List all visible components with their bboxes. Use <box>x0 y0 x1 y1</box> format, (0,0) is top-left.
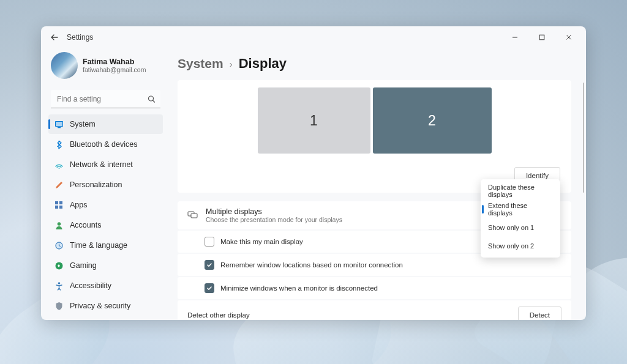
monitor-1[interactable]: 1 <box>258 87 370 154</box>
profile-email: fatiwahab@gmail.com <box>83 66 146 73</box>
main-content: System › Display 1 2 Identify Duplicate … <box>167 48 586 320</box>
sidebar-item-system[interactable]: System <box>48 114 163 134</box>
checkbox-main-display[interactable] <box>205 237 214 247</box>
search-input[interactable] <box>51 90 160 108</box>
profile-block[interactable]: Fatima Wahab fatiwahab@gmail.com <box>48 48 163 87</box>
apps-icon <box>54 201 64 210</box>
maximize-icon <box>539 34 545 40</box>
sidebar-item-label: Bluetooth & devices <box>70 140 138 149</box>
sidebar-item-time[interactable]: Time & language <box>48 236 163 255</box>
row-minimize-disconnect[interactable]: Minimize windows when a monitor is disco… <box>178 277 571 299</box>
svg-rect-4 <box>58 127 61 128</box>
section-subtitle: Choose the presentation mode for your di… <box>206 216 342 223</box>
svg-rect-6 <box>55 201 58 204</box>
display-arrangement-card: 1 2 Identify Duplicate these displays Ex… <box>178 80 571 193</box>
sidebar-item-accessibility[interactable]: Accessibility <box>48 276 163 295</box>
checkbox-minimize-disconnect[interactable] <box>205 283 214 293</box>
svg-rect-7 <box>59 201 62 204</box>
time-icon <box>54 241 64 250</box>
close-icon <box>566 34 572 40</box>
sidebar-item-label: Personalization <box>70 180 122 189</box>
sidebar-item-privacy[interactable]: Privacy & security <box>48 296 163 316</box>
sidebar: Fatima Wahab fatiwahab@gmail.com System … <box>41 48 167 320</box>
breadcrumb-current: Display <box>239 56 287 72</box>
close-button[interactable] <box>555 28 582 46</box>
svg-rect-0 <box>539 35 544 40</box>
label-remember-locations: Remember window locations based on monit… <box>220 261 561 269</box>
network-icon <box>54 160 64 169</box>
minimize-icon <box>512 34 518 40</box>
sidebar-item-label: System <box>70 120 96 128</box>
back-button[interactable] <box>48 31 61 43</box>
sidebar-item-label: Privacy & security <box>70 302 130 310</box>
nav-list: System Bluetooth & devices Network & int… <box>48 114 163 320</box>
menu-item-extend[interactable]: Extend these displays <box>481 200 560 218</box>
sidebar-item-label: Apps <box>70 201 88 209</box>
maximize-button[interactable] <box>528 28 555 46</box>
sidebar-item-label: Gaming <box>70 261 97 270</box>
checkbox-remember-locations[interactable] <box>205 260 214 270</box>
breadcrumb: System › Display <box>178 48 586 79</box>
svg-point-13 <box>58 282 61 284</box>
chevron-right-icon: › <box>230 59 233 69</box>
svg-rect-3 <box>56 122 62 126</box>
detect-button[interactable]: Detect <box>518 306 561 320</box>
system-icon <box>54 120 64 129</box>
label-minimize-disconnect: Minimize windows when a monitor is disco… <box>220 284 561 292</box>
sidebar-item-label: Accounts <box>70 221 101 229</box>
svg-point-10 <box>58 222 61 226</box>
search-icon <box>148 95 156 103</box>
arrow-left-icon <box>50 33 59 42</box>
menu-item-only2[interactable]: Show only on 2 <box>481 237 560 255</box>
accounts-icon <box>54 221 64 230</box>
titlebar: Settings <box>41 26 586 48</box>
gaming-icon <box>54 261 64 270</box>
projection-dropdown-menu: Duplicate these displays Extend these di… <box>481 179 560 258</box>
sidebar-item-label: Network & internet <box>70 160 133 169</box>
avatar <box>51 52 78 79</box>
monitor-canvas[interactable]: 1 2 <box>178 80 571 167</box>
window-title: Settings <box>67 33 93 42</box>
sidebar-item-network[interactable]: Network & internet <box>48 155 163 174</box>
sidebar-item-accounts[interactable]: Accounts <box>48 215 163 235</box>
sidebar-item-label: Time & language <box>70 241 127 250</box>
row-detect: Detect other display Detect <box>178 300 571 320</box>
accessibility-icon <box>54 281 64 291</box>
sidebar-item-label: Accessibility <box>70 281 111 290</box>
menu-item-duplicate[interactable]: Duplicate these displays <box>481 182 560 200</box>
scroll-area[interactable]: 1 2 Identify Duplicate these displays Ex… <box>178 79 586 320</box>
privacy-icon <box>54 302 64 311</box>
sidebar-item-personalization[interactable]: Personalization <box>48 175 163 195</box>
sidebar-item-apps[interactable]: Apps <box>48 195 163 215</box>
personalization-icon <box>54 180 64 190</box>
settings-window: Settings Fatima Wahab fatiwahab@gmail.co… <box>41 26 586 320</box>
displays-icon <box>187 210 198 221</box>
sidebar-item-gaming[interactable]: Gaming <box>48 256 163 275</box>
sidebar-item-bluetooth[interactable]: Bluetooth & devices <box>48 135 163 154</box>
search-container <box>51 90 160 108</box>
monitor-2[interactable]: 2 <box>373 87 492 154</box>
svg-rect-15 <box>191 214 197 218</box>
svg-point-5 <box>59 168 60 169</box>
bluetooth-icon <box>54 140 64 149</box>
svg-rect-9 <box>59 206 62 209</box>
svg-rect-8 <box>55 206 58 209</box>
label-detect: Detect other display <box>187 311 512 319</box>
breadcrumb-parent[interactable]: System <box>178 56 223 71</box>
sidebar-item-update[interactable]: Windows Update <box>48 316 163 320</box>
section-title: Multiple displays <box>206 207 342 216</box>
scrollbar-thumb[interactable] <box>583 83 585 193</box>
menu-item-only1[interactable]: Show only on 1 <box>481 218 560 237</box>
profile-name: Fatima Wahab <box>83 58 146 66</box>
minimize-button[interactable] <box>501 28 528 46</box>
